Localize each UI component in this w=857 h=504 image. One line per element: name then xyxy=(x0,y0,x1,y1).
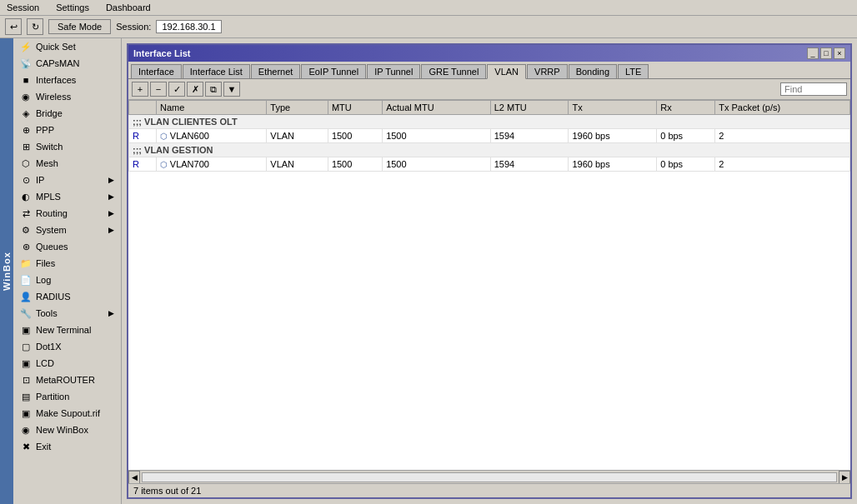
new-winbox-icon: ◉ xyxy=(20,424,32,436)
sidebar-item-radius[interactable]: 👤RADIUS xyxy=(13,288,121,305)
sidebar-item-bridge[interactable]: ◈Bridge xyxy=(13,105,121,122)
tab-interface-list[interactable]: Interface List xyxy=(183,64,250,78)
col-header-l2-mtu[interactable]: L2 MTU xyxy=(490,101,569,115)
sidebar-item-system[interactable]: ⚙System xyxy=(13,222,121,238)
col-header-type[interactable]: Type xyxy=(267,101,328,115)
cell-mtu: 1500 xyxy=(328,157,382,172)
sidebar-item-quick-set[interactable]: ⚡Quick Set xyxy=(13,38,121,55)
col-header-tx-packet[interactable]: Tx Packet (p/s) xyxy=(715,101,850,115)
col-header-rx[interactable]: Rx xyxy=(657,101,715,115)
col-header-mtu[interactable]: MTU xyxy=(328,101,382,115)
sidebar-item-routing[interactable]: ⇄Routing xyxy=(13,205,121,222)
cell-name: ⬡ VLAN700 xyxy=(157,157,267,172)
sidebar-item-new-winbox[interactable]: ◉New WinBox xyxy=(13,422,121,438)
vlan-table: NameTypeMTUActual MTUL2 MTUTxRxTx Packet… xyxy=(128,100,850,172)
scroll-right-button[interactable]: ▶ xyxy=(839,471,850,484)
sidebar-item-dot1x[interactable]: ▢Dot1X xyxy=(13,338,121,355)
sidebar-label-exit: Exit xyxy=(36,442,51,452)
tab-lte[interactable]: LTE xyxy=(618,64,649,78)
cell-flag: R xyxy=(129,129,157,143)
tab-gre-tunnel[interactable]: GRE Tunnel xyxy=(421,64,486,78)
cell-rx: 0 bps xyxy=(657,157,715,172)
tab-ip-tunnel[interactable]: IP Tunnel xyxy=(367,64,420,78)
cell-tx: 1960 bps xyxy=(569,129,657,143)
filter-button[interactable]: ▼ xyxy=(223,82,240,97)
tab-ethernet[interactable]: Ethernet xyxy=(251,64,301,78)
queues-icon: ⊛ xyxy=(20,241,32,252)
sidebar-label-switch: Switch xyxy=(36,142,63,152)
sidebar-item-make-supout[interactable]: ▣Make Supout.rif xyxy=(13,405,121,422)
sidebar-label-bridge: Bridge xyxy=(36,108,63,118)
horizontal-scrollbar[interactable]: ◀ ▶ xyxy=(128,470,850,483)
sidebar-item-queues[interactable]: ⊛Queues xyxy=(13,238,121,255)
table-row[interactable]: R⬡ VLAN600VLAN1500150015941960 bps0 bps2 xyxy=(129,129,850,143)
col-header-name[interactable]: Name xyxy=(157,101,267,115)
main-toolbar: ↩ ↻ Safe Mode Session: 192.168.30.1 xyxy=(0,16,857,38)
menu-dashboard[interactable]: Dashboard xyxy=(103,2,154,13)
capsman-icon: 📡 xyxy=(20,57,32,69)
copy-button[interactable]: ⧉ xyxy=(205,82,222,97)
tab-interface[interactable]: Interface xyxy=(131,64,182,78)
system-icon: ⚙ xyxy=(20,224,32,236)
col-header-tx[interactable]: Tx xyxy=(569,101,657,115)
sidebar-item-files[interactable]: 📁Files xyxy=(13,255,121,272)
cell-actual-mtu: 1500 xyxy=(383,129,491,143)
col-header-actual-mtu[interactable]: Actual MTU xyxy=(383,101,491,115)
search-input[interactable] xyxy=(780,82,847,96)
content-area: Interface List _ □ × InterfaceInterface … xyxy=(122,38,857,504)
log-icon: 📄 xyxy=(20,274,32,286)
wireless-icon: ◉ xyxy=(20,91,32,102)
sidebar-item-ppp[interactable]: ⊕PPP xyxy=(13,122,121,138)
safe-mode-button[interactable]: Safe Mode xyxy=(48,19,111,34)
sidebar-item-metarouter[interactable]: ⊡MetaROUTER xyxy=(13,372,121,388)
window-minimize-button[interactable]: _ xyxy=(807,47,819,59)
tab-vlan[interactable]: VLAN xyxy=(487,64,526,79)
sidebar-item-new-terminal[interactable]: ▣New Terminal xyxy=(13,322,121,338)
sidebar-item-wireless[interactable]: ◉Wireless xyxy=(13,88,121,105)
new-terminal-icon: ▣ xyxy=(20,324,32,336)
tools-icon: 🔧 xyxy=(20,307,32,319)
window-title: Interface List xyxy=(133,48,190,58)
sidebar-item-lcd[interactable]: ▣LCD xyxy=(13,355,121,372)
remove-button[interactable]: − xyxy=(150,82,167,97)
sidebar-item-exit[interactable]: ✖Exit xyxy=(13,438,121,455)
table-row[interactable]: R⬡ VLAN700VLAN1500150015941960 bps0 bps2 xyxy=(129,157,850,172)
enable-button[interactable]: ✓ xyxy=(168,82,185,97)
menu-settings[interactable]: Settings xyxy=(53,2,93,13)
sidebar-item-switch[interactable]: ⊞Switch xyxy=(13,138,121,155)
menu-session[interactable]: Session xyxy=(3,2,43,13)
ip-icon: ⊙ xyxy=(20,174,32,186)
sidebar-label-system: System xyxy=(36,225,67,235)
cell-l2-mtu: 1594 xyxy=(490,129,569,143)
sidebar-item-ip[interactable]: ⊙IP xyxy=(13,172,121,188)
sidebar-item-mpls[interactable]: ◐MPLS xyxy=(13,188,121,205)
sidebar-item-interfaces[interactable]: ■Interfaces xyxy=(13,72,121,88)
sidebar-label-metarouter: MetaROUTER xyxy=(36,375,95,385)
sidebar-item-log[interactable]: 📄Log xyxy=(13,272,121,288)
window-close-button[interactable]: × xyxy=(834,47,845,59)
scroll-left-button[interactable]: ◀ xyxy=(128,471,140,484)
cell-flag: R xyxy=(129,157,157,172)
tab-vrrp[interactable]: VRRP xyxy=(527,64,568,78)
sidebar-item-capsman[interactable]: 📡CAPsMAN xyxy=(13,55,121,72)
mpls-icon: ◐ xyxy=(20,191,32,202)
interface-list-window: Interface List _ □ × InterfaceInterface … xyxy=(127,43,852,499)
vlan-table-container: NameTypeMTUActual MTUL2 MTUTxRxTx Packet… xyxy=(128,100,850,470)
add-button[interactable]: + xyxy=(132,82,148,97)
sidebar-item-tools[interactable]: 🔧Tools xyxy=(13,305,121,322)
sidebar: ⚡Quick Set📡CAPsMAN■Interfaces◉Wireless◈B… xyxy=(13,38,122,504)
sidebar-item-partition[interactable]: ▤Partition xyxy=(13,388,121,405)
disable-button[interactable]: ✗ xyxy=(187,82,203,97)
sidebar-label-make-supout: Make Supout.rif xyxy=(36,408,100,418)
sidebar-label-dot1x: Dot1X xyxy=(36,342,62,352)
col-header-flag[interactable] xyxy=(129,101,157,115)
sidebar-label-routing: Routing xyxy=(36,208,68,218)
window-maximize-button[interactable]: □ xyxy=(820,47,832,59)
sidebar-item-mesh[interactable]: ⬡Mesh xyxy=(13,155,121,172)
tab-eoip-tunnel[interactable]: EoIP Tunnel xyxy=(301,64,366,78)
tab-bonding[interactable]: Bonding xyxy=(569,64,617,78)
sidebar-label-wireless: Wireless xyxy=(36,92,71,102)
sidebar-label-new-winbox: New WinBox xyxy=(36,425,88,435)
undo-button[interactable]: ↩ xyxy=(5,18,22,35)
redo-button[interactable]: ↻ xyxy=(27,18,43,35)
